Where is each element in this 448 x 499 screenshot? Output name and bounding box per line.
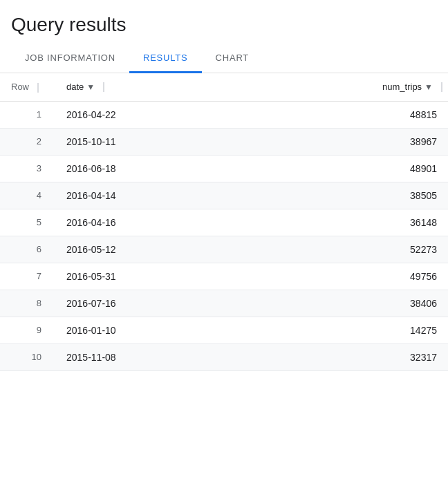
tab-results[interactable]: RESULTS	[129, 43, 202, 73]
cell-num-trips: 14275	[245, 317, 448, 343]
cell-num-trips: 38406	[245, 290, 448, 317]
page-header: Query results	[0, 0, 448, 43]
resize-handle-date[interactable]	[103, 82, 104, 92]
cell-date: 2016-07-16	[55, 290, 245, 317]
cell-num-trips: 38967	[245, 128, 448, 155]
cell-row-number: 10	[0, 343, 55, 370]
page-title: Query results	[11, 14, 437, 36]
table-row: 82016-07-1638406	[0, 290, 448, 317]
cell-num-trips: 49756	[245, 263, 448, 290]
cell-row-number: 6	[0, 236, 55, 263]
cell-date: 2015-11-08	[55, 343, 245, 370]
cell-row-number: 5	[0, 209, 55, 236]
table-header-row: Row date ▼ num_trips ▼	[0, 73, 448, 101]
table-row: 42016-04-1438505	[0, 182, 448, 209]
cell-row-number: 1	[0, 101, 55, 128]
table-row: 52016-04-1636148	[0, 209, 448, 236]
cell-date: 2016-05-31	[55, 263, 245, 290]
table-row: 92016-01-1014275	[0, 317, 448, 343]
cell-num-trips: 36148	[245, 209, 448, 236]
tab-job-information[interactable]: JOB INFORMATION	[11, 43, 129, 73]
cell-date: 2016-06-18	[55, 155, 245, 182]
cell-row-number: 8	[0, 290, 55, 317]
cell-date: 2015-10-11	[55, 128, 245, 155]
cell-row-number: 7	[0, 263, 55, 290]
cell-num-trips: 38505	[245, 182, 448, 209]
sort-icon-num-trips[interactable]: ▼	[424, 82, 433, 92]
cell-num-trips: 32317	[245, 343, 448, 370]
cell-num-trips: 48815	[245, 101, 448, 128]
cell-date: 2016-05-12	[55, 236, 245, 263]
tab-chart[interactable]: CHART	[202, 43, 263, 73]
col-header-row: Row	[0, 73, 55, 101]
cell-num-trips: 52273	[245, 236, 448, 263]
results-table-container: Row date ▼ num_trips ▼	[0, 73, 448, 371]
cell-date: 2016-01-10	[55, 317, 245, 343]
cell-date: 2016-04-22	[55, 101, 245, 128]
resize-handle-row[interactable]	[37, 83, 39, 93]
cell-row-number: 9	[0, 317, 55, 343]
tabs-bar: JOB INFORMATION RESULTS CHART	[0, 43, 448, 73]
sort-icon-date[interactable]: ▼	[86, 82, 95, 92]
cell-date: 2016-04-14	[55, 182, 245, 209]
results-table: Row date ▼ num_trips ▼	[0, 73, 448, 371]
cell-row-number: 2	[0, 128, 55, 155]
resize-handle-num-trips[interactable]	[441, 82, 442, 92]
col-header-date: date ▼	[55, 73, 245, 101]
table-row: 62016-05-1252273	[0, 236, 448, 263]
table-row: 22015-10-1138967	[0, 128, 448, 155]
table-body: 12016-04-224881522015-10-113896732016-06…	[0, 101, 448, 370]
cell-row-number: 3	[0, 155, 55, 182]
cell-date: 2016-04-16	[55, 209, 245, 236]
table-row: 72016-05-3149756	[0, 263, 448, 290]
table-row: 102015-11-0832317	[0, 343, 448, 370]
col-header-num-trips: num_trips ▼	[245, 73, 448, 101]
cell-row-number: 4	[0, 182, 55, 209]
table-row: 32016-06-1848901	[0, 155, 448, 182]
table-row: 12016-04-2248815	[0, 101, 448, 128]
cell-num-trips: 48901	[245, 155, 448, 182]
page-container: Query results JOB INFORMATION RESULTS CH…	[0, 0, 448, 371]
